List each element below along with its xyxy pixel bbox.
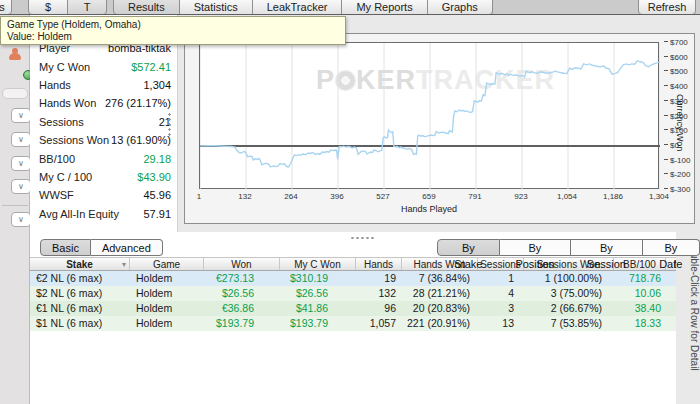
- stat-label: Hands Won: [39, 97, 96, 109]
- cell-won: €273.13: [204, 271, 280, 286]
- x-tick-label: 264: [271, 192, 311, 201]
- player-icon: [9, 48, 21, 60]
- table-header-row: Stake▾GameWonMy C WonHandsHands WonSessi…: [30, 257, 676, 271]
- filter-dropdown-2[interactable]: ∨: [11, 132, 31, 147]
- group-tab-by-position[interactable]: By Position: [500, 239, 571, 256]
- stat-row: My C Won$572.41: [30, 57, 177, 75]
- table-row[interactable]: $2 NL (6 max)Holdem$26.56$26.5613228 (21…: [30, 286, 676, 301]
- cell-sessions-won: 7 (53.85%): [524, 316, 614, 331]
- cell-my-c-won: $193.79: [280, 316, 356, 331]
- summary-stats-panel: Playerbomba-tiktakMy C Won$572.41Hands1,…: [30, 15, 178, 232]
- stat-value: 276 (21.17%): [105, 97, 171, 109]
- x-tick-label: 659: [409, 192, 449, 201]
- x-tick-label: 132: [225, 192, 265, 201]
- cell-won: $26.56: [204, 286, 280, 301]
- chevron-down-icon: ∨: [18, 215, 24, 224]
- cell-sessions: 1: [478, 271, 524, 286]
- cell-sessions: 3: [478, 301, 524, 316]
- stat-row: Hands1,304: [30, 76, 177, 94]
- x-tick-label: 1,186: [593, 192, 633, 201]
- cell-sessions: 4: [478, 286, 524, 301]
- stat-row: Avg All-In Equity57.91: [30, 205, 177, 223]
- report-view-tabs: BasicAdvanced: [40, 239, 163, 256]
- cell-stake: €2 NL (6 max): [30, 271, 130, 286]
- filter-dropdown-5[interactable]: ∨: [11, 212, 31, 227]
- column-header-hands[interactable]: Hands: [356, 258, 402, 270]
- table-body: €2 NL (6 max)Holdem€273.13$310.19197 (36…: [30, 271, 676, 331]
- cell-bb-100: 718.76: [614, 271, 666, 286]
- sort-arrow-icon[interactable]: ▾: [122, 258, 126, 270]
- stat-value: 1,304: [143, 79, 171, 91]
- y-tick-label: $600: [664, 53, 694, 62]
- tab-leaktracker[interactable]: LeakTracker: [253, 0, 343, 15]
- tab-results[interactable]: Results: [113, 0, 180, 15]
- cell-hands-won: 7 (36.84%): [402, 271, 478, 286]
- view-tab-advanced[interactable]: Advanced: [91, 239, 163, 256]
- column-header-my-c-won[interactable]: My C Won: [280, 258, 356, 270]
- table-row[interactable]: €1 NL (6 max)Holdem€36.86$41.869620 (20.…: [30, 301, 676, 316]
- stat-value: $43.90: [137, 171, 171, 183]
- column-header-stake[interactable]: Stake▾: [30, 258, 130, 270]
- stat-label: Sessions Won: [39, 134, 109, 146]
- vertical-splitter-handle[interactable]: [167, 112, 172, 138]
- group-tab-by-session[interactable]: By Session: [571, 239, 642, 256]
- tab-graphs[interactable]: Graphs: [428, 0, 493, 15]
- graph-plot-area[interactable]: PKERTRACKER: [199, 42, 659, 189]
- chevron-down-icon: ∨: [18, 135, 24, 144]
- stat-row: WWSF45.96: [30, 186, 177, 204]
- stat-value: 45.96: [143, 189, 171, 201]
- cell-hands-won: 20 (20.83%): [402, 301, 478, 316]
- tab-statistics[interactable]: Statistics: [180, 0, 253, 15]
- partial-left-button[interactable]: s: [0, 0, 12, 15]
- cell-sessions-won: 2 (66.67%): [524, 301, 614, 316]
- cell-hands-won: 28 (21.21%): [402, 286, 478, 301]
- x-tick-label: 396: [317, 192, 357, 201]
- graph-canvas: [200, 43, 660, 190]
- rail-divider: [2, 205, 28, 206]
- x-axis-label: Hands Played: [349, 204, 509, 214]
- filter-dropdown-1[interactable]: ∨: [11, 108, 31, 123]
- cell-stake: $1 NL (6 max): [30, 316, 130, 331]
- stat-label: Sessions: [39, 116, 84, 128]
- view-tab-basic[interactable]: Basic: [40, 239, 91, 256]
- y-axis-label: Currency Won: [675, 94, 685, 151]
- cell-my-c-won: $41.86: [280, 301, 356, 316]
- stat-value: 29.18: [143, 153, 171, 165]
- text-display-button[interactable]: T: [67, 0, 107, 15]
- double-click-hint: Double-Click a Row for Detail: [688, 240, 700, 371]
- chevron-down-icon: ∨: [18, 159, 24, 168]
- top-toolbar: s $ T ResultsStatisticsLeakTrackerMy Rep…: [0, 0, 700, 15]
- filter-dropdown-4[interactable]: ∨: [11, 179, 31, 194]
- group-tab-by-date[interactable]: By Date: [643, 239, 700, 256]
- cell-hands: 132: [356, 286, 402, 301]
- y-tick-label: $-300: [664, 185, 694, 194]
- cell-sessions-won: 3 (75.00%): [524, 286, 614, 301]
- group-tab-by-stake[interactable]: By Stake: [437, 239, 500, 256]
- cell-sessions: 13: [478, 316, 524, 331]
- refresh-button[interactable]: Refresh: [638, 0, 696, 15]
- cell-hands: 1,057: [356, 316, 402, 331]
- cell-won: €36.86: [204, 301, 280, 316]
- cell-my: [666, 286, 676, 301]
- table-row[interactable]: $1 NL (6 max)Holdem$193.79$193.791,05722…: [30, 316, 676, 331]
- cell-hands-won: 221 (20.91%): [402, 316, 478, 331]
- currency-display-button[interactable]: $: [28, 0, 68, 15]
- tooltip-line1: Game Type (Holdem, Omaha): [7, 19, 339, 31]
- horizontal-splitter-handle[interactable]: [350, 236, 376, 240]
- tab-my-reports[interactable]: My Reports: [342, 0, 427, 15]
- cell-game: Holdem: [130, 286, 204, 301]
- y-tick-label: $-100: [664, 156, 694, 165]
- table-row[interactable]: €2 NL (6 max)Holdem€273.13$310.19197 (36…: [30, 271, 676, 286]
- y-tick-label: $500: [664, 67, 694, 76]
- stat-row: BB/10029.18: [30, 149, 177, 167]
- chevron-down-icon: ∨: [18, 111, 24, 120]
- cell-sessions-won: 1 (100.00%): [524, 271, 614, 286]
- filter-dropdown-3[interactable]: ∨: [11, 156, 31, 171]
- stat-label: My C Won: [39, 61, 90, 73]
- stat-label: Hands: [39, 79, 71, 91]
- main-tab-bar: ResultsStatisticsLeakTrackerMy ReportsGr…: [113, 0, 493, 15]
- column-header-game[interactable]: Game: [130, 258, 204, 270]
- stat-label: WWSF: [39, 189, 74, 201]
- chevron-down-icon: ∨: [18, 182, 24, 191]
- column-header-won[interactable]: Won: [204, 258, 280, 270]
